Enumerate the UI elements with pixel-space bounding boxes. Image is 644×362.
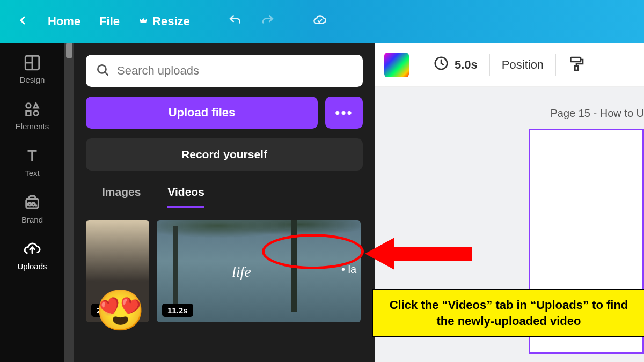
sidebar-item-elements[interactable]: Elements xyxy=(16,100,49,131)
crown-icon xyxy=(138,14,148,28)
svg-rect-5 xyxy=(26,111,31,116)
emoji-sticker: 😍 xyxy=(96,291,145,330)
svg-text:CO.: CO. xyxy=(27,201,37,207)
sidebar-label: Uploads xyxy=(17,262,47,271)
paint-roller-icon[interactable] xyxy=(568,55,585,75)
thumb-text: life xyxy=(232,263,251,280)
upload-files-button[interactable]: Upload files xyxy=(86,97,318,129)
sidebar-item-brand[interactable]: CO. Brand xyxy=(21,194,43,224)
annotation-callout: Click the “Videos” tab in “Uploads” to f… xyxy=(372,289,644,337)
divider xyxy=(489,54,490,76)
canvas-toolbar: 5.0s Position xyxy=(375,43,644,87)
thumb-text: • la xyxy=(341,263,356,276)
sidebar-item-uploads[interactable]: Uploads xyxy=(17,240,47,271)
svg-rect-14 xyxy=(570,57,581,62)
video-thumbnail[interactable]: life • la 11.2s xyxy=(157,220,361,322)
divider xyxy=(209,12,209,31)
sidebar-label: Brand xyxy=(21,215,43,224)
timing-value: 5.0s xyxy=(455,58,478,72)
resize-button[interactable]: Resize xyxy=(138,14,190,28)
svg-point-3 xyxy=(26,104,31,108)
timing-button[interactable]: 5.0s xyxy=(433,55,478,75)
back-icon[interactable] xyxy=(16,14,29,29)
sidebar-label: Text xyxy=(25,168,40,178)
upload-row: Upload files ••• xyxy=(86,97,363,129)
cloud-sync-icon[interactable] xyxy=(313,13,327,29)
left-sidebar: Design Elements Text CO. Brand Uploads xyxy=(0,43,64,362)
svg-line-12 xyxy=(105,72,107,75)
upload-tabs: Images Videos xyxy=(86,180,363,208)
svg-rect-15 xyxy=(575,66,577,70)
file-menu[interactable]: File xyxy=(99,14,120,28)
sidebar-item-design[interactable]: Design xyxy=(20,54,45,84)
duration-badge: 11.2s xyxy=(162,304,193,317)
search-icon xyxy=(96,63,109,79)
sidebar-label: Elements xyxy=(16,122,49,131)
divider xyxy=(555,54,556,76)
search-uploads-box[interactable] xyxy=(86,55,363,87)
undo-button[interactable] xyxy=(228,13,242,29)
divider xyxy=(421,54,421,76)
home-button[interactable]: Home xyxy=(48,14,80,28)
tab-images[interactable]: Images xyxy=(102,186,141,208)
record-yourself-button[interactable]: Record yourself xyxy=(86,138,363,171)
position-button[interactable]: Position xyxy=(502,58,544,72)
svg-point-6 xyxy=(34,111,39,116)
redo-button[interactable] xyxy=(261,13,275,29)
upload-more-button[interactable]: ••• xyxy=(325,97,363,129)
panel-scrollbar[interactable] xyxy=(64,43,74,362)
tab-videos[interactable]: Videos xyxy=(167,186,204,208)
top-bar: Home File Resize xyxy=(0,0,644,43)
clock-icon xyxy=(433,55,449,75)
svg-marker-4 xyxy=(34,104,39,108)
search-input[interactable] xyxy=(117,64,353,78)
divider xyxy=(294,12,294,31)
scrollbar-thumb[interactable] xyxy=(66,43,72,58)
resize-label: Resize xyxy=(152,14,190,28)
sidebar-label: Design xyxy=(20,75,45,84)
page-label: Page 15 - How to U xyxy=(550,107,644,120)
color-picker-button[interactable] xyxy=(384,53,409,77)
sidebar-item-text[interactable]: Text xyxy=(23,147,41,178)
